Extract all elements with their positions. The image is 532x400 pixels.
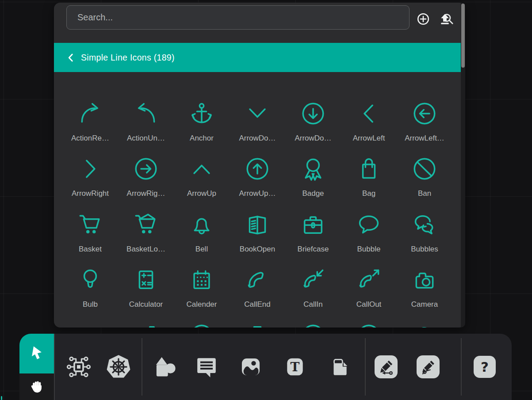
toolbar-divider [142,338,142,396]
panel-scrollbar[interactable] [461,3,465,328]
grid-icon-calculator[interactable]: Calculator [118,267,174,323]
grid-icon-arrow-right-circle[interactable]: ArrowRig… [118,156,174,212]
grid-icon-bag[interactable]: Bag [341,156,397,212]
library-header[interactable]: Simple Line Icons (189) [54,43,461,72]
grid-icon-action-redo[interactable]: ActionRe… [62,101,118,156]
select-tool-button[interactable] [19,334,54,373]
library-icon [412,267,437,292]
library-icon [356,156,381,181]
grid-icon-ban[interactable]: Ban [397,156,452,212]
library-icon [245,323,270,328]
image-tool-button[interactable] [236,334,265,400]
network-diagram-tool-button[interactable] [64,334,93,400]
library-icon-label: Bag [362,189,375,198]
question-mark-icon [474,356,495,377]
help-button[interactable] [470,334,499,400]
grid-icon-call-in[interactable]: CallIn [285,267,341,323]
library-icon-label: Basket [79,245,102,254]
search-input[interactable] [66,5,410,30]
text-tool-button[interactable] [280,334,310,400]
sticky-note-tool-button[interactable] [325,334,354,400]
grid-icon-call-end[interactable]: CallEnd [230,267,285,323]
comment-tool-button[interactable] [192,334,221,400]
library-icon-label: Bubbles [411,245,438,254]
library-icon-label: CallEnd [244,300,271,309]
grid-icon-bell[interactable]: Bell [174,212,230,267]
grid-icon-arrow-up-circle[interactable]: ArrowUp… [230,156,285,212]
pencil-draw-tool-button[interactable] [413,334,443,400]
grid-icon-bubble[interactable]: Bubble [341,212,397,267]
library-icon [301,323,325,328]
canvas[interactable]: Simple Line Icons (189) ActionRe… Action… [0,0,532,400]
canvas-artifact [1,396,2,400]
grid-icon-action-undo[interactable]: ActionUn… [118,101,174,156]
grid-icon-chart[interactable] [118,323,174,328]
library-icon [78,156,103,181]
grid-icon-arrow-down-circle[interactable]: ArrowDo… [285,101,341,156]
library-icon-label: CallIn [303,300,322,309]
grid-icon-briefcase[interactable]: Briefcase [285,212,341,267]
library-icon [301,212,325,237]
library-icon [412,101,437,126]
grid-icon-close[interactable] [341,323,397,328]
grid-icon-basket-loaded[interactable]: BasketLo… [118,212,174,267]
grid-icon-bubbles[interactable]: Bubbles [397,212,452,267]
library-icon-label: Ban [418,189,431,198]
pencil-squiggle-icon [418,357,438,377]
grid-icon-calender[interactable]: Calender [174,267,230,323]
grid-icon-arrow-up[interactable]: ArrowUp [174,156,230,212]
library-icon [189,323,214,328]
upload-icon [438,12,452,26]
library-icon [134,212,158,237]
library-icon [189,101,214,126]
upload-button[interactable] [438,12,452,26]
scrollbar-thumb[interactable] [461,4,465,68]
library-icon [189,267,214,292]
grid-icon-check[interactable] [174,323,230,328]
grid-icon-basket[interactable]: Basket [62,212,118,267]
pointer-tool-stack [19,334,54,400]
kubernetes-tool-button[interactable] [104,334,133,400]
library-icon [356,101,381,126]
library-icon-label: ActionUn… [127,134,165,143]
shapes-tool-button[interactable] [150,334,180,400]
pen-connector-tool-button[interactable] [371,334,401,400]
grid-icon-call-out[interactable]: CallOut [341,267,397,323]
library-icon [134,323,158,328]
library-icon-label: ActionRe… [71,134,109,143]
grid-icon-camrecorder[interactable] [62,323,118,328]
grid-icon-arrow-right[interactable]: ArrowRight [62,156,118,212]
library-icon [412,156,437,181]
library-icon [134,267,158,292]
library-icon [412,212,437,237]
cursor-icon [27,344,46,363]
library-icon-label: Anchor [190,134,214,143]
library-icon-label: Briefcase [298,245,329,254]
grid-icon-clock[interactable] [285,323,341,328]
add-library-button[interactable] [416,12,430,26]
grid-icon-arrow-down[interactable]: ArrowDo… [230,101,285,156]
library-icon-label: ArrowLeft… [405,134,444,143]
grid-icon-chemistry[interactable] [230,323,285,328]
library-icon-label: ArrowUp [187,189,216,198]
grid-icon-badge[interactable]: Badge [285,156,341,212]
grid-icon-cloud[interactable] [397,323,452,328]
library-icon-label: ArrowDo… [239,134,276,143]
grid-icon-bulb[interactable]: Bulb [62,267,118,323]
grid-icon-arrow-left[interactable]: ArrowLeft [341,101,397,156]
library-icon [189,212,214,237]
text-icon [284,356,306,378]
library-icon [301,101,325,126]
library-icon-label: ArrowDo… [295,134,331,143]
bottom-toolbar [19,334,512,400]
back-chevron-icon[interactable] [67,53,74,62]
grid-icon-anchor[interactable]: Anchor [174,101,230,156]
library-icon-label: ArrowRight [72,189,109,198]
grid-icon-camera[interactable]: Camera [397,267,452,323]
grid-icon-book-open[interactable]: BookOpen [230,212,285,267]
library-icon [301,156,325,181]
library-icon-label: ArrowRig… [127,189,165,198]
pan-tool-button[interactable] [19,373,54,400]
grid-icon-arrow-left-circle[interactable]: ArrowLeft… [397,101,452,156]
library-icon [356,212,381,237]
